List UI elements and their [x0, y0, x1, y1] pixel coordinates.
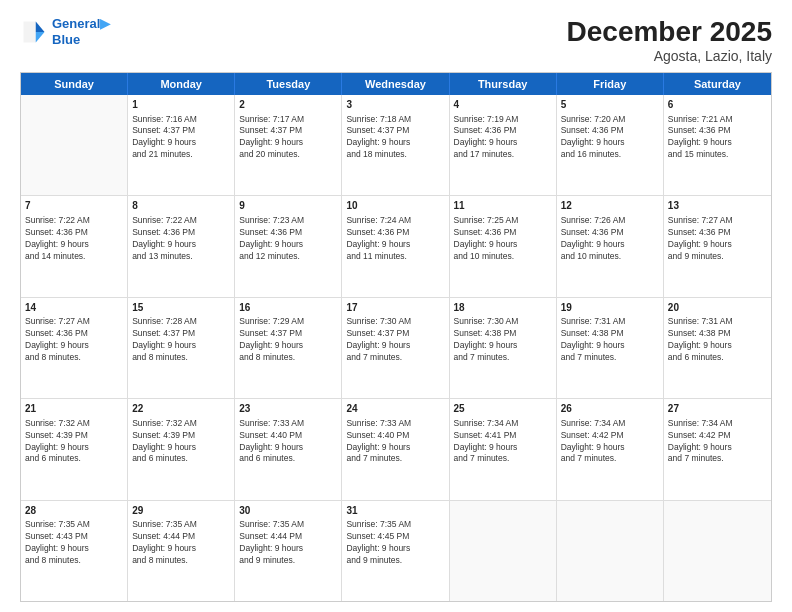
page: General▶ Blue December 2025 Agosta, Lazi…	[0, 0, 792, 612]
calendar-cell: 26Sunrise: 7:34 AM Sunset: 4:42 PM Dayli…	[557, 399, 664, 499]
cell-info: Sunrise: 7:17 AM Sunset: 4:37 PM Dayligh…	[239, 114, 337, 162]
day-number: 26	[561, 402, 659, 416]
day-number: 13	[668, 199, 767, 213]
calendar-cell: 22Sunrise: 7:32 AM Sunset: 4:39 PM Dayli…	[128, 399, 235, 499]
day-number: 31	[346, 504, 444, 518]
cell-info: Sunrise: 7:35 AM Sunset: 4:45 PM Dayligh…	[346, 519, 444, 567]
day-number: 8	[132, 199, 230, 213]
calendar-cell: 17Sunrise: 7:30 AM Sunset: 4:37 PM Dayli…	[342, 298, 449, 398]
day-number: 7	[25, 199, 123, 213]
day-number: 9	[239, 199, 337, 213]
calendar-cell: 9Sunrise: 7:23 AM Sunset: 4:36 PM Daylig…	[235, 196, 342, 296]
day-number: 15	[132, 301, 230, 315]
cell-info: Sunrise: 7:22 AM Sunset: 4:36 PM Dayligh…	[25, 215, 123, 263]
logo-icon	[20, 18, 48, 46]
calendar-cell: 10Sunrise: 7:24 AM Sunset: 4:36 PM Dayli…	[342, 196, 449, 296]
day-number: 4	[454, 98, 552, 112]
cell-info: Sunrise: 7:27 AM Sunset: 4:36 PM Dayligh…	[25, 316, 123, 364]
calendar: SundayMondayTuesdayWednesdayThursdayFrid…	[20, 72, 772, 602]
cell-info: Sunrise: 7:29 AM Sunset: 4:37 PM Dayligh…	[239, 316, 337, 364]
calendar-cell: 18Sunrise: 7:30 AM Sunset: 4:38 PM Dayli…	[450, 298, 557, 398]
day-number: 22	[132, 402, 230, 416]
calendar-cell: 23Sunrise: 7:33 AM Sunset: 4:40 PM Dayli…	[235, 399, 342, 499]
calendar-cell: 27Sunrise: 7:34 AM Sunset: 4:42 PM Dayli…	[664, 399, 771, 499]
calendar-cell: 7Sunrise: 7:22 AM Sunset: 4:36 PM Daylig…	[21, 196, 128, 296]
day-number: 20	[668, 301, 767, 315]
calendar-cell	[557, 501, 664, 601]
calendar-cell: 8Sunrise: 7:22 AM Sunset: 4:36 PM Daylig…	[128, 196, 235, 296]
day-number: 16	[239, 301, 337, 315]
calendar-week-row: 14Sunrise: 7:27 AM Sunset: 4:36 PM Dayli…	[21, 298, 771, 399]
cell-info: Sunrise: 7:25 AM Sunset: 4:36 PM Dayligh…	[454, 215, 552, 263]
calendar-cell: 19Sunrise: 7:31 AM Sunset: 4:38 PM Dayli…	[557, 298, 664, 398]
cell-info: Sunrise: 7:34 AM Sunset: 4:42 PM Dayligh…	[668, 418, 767, 466]
cell-info: Sunrise: 7:24 AM Sunset: 4:36 PM Dayligh…	[346, 215, 444, 263]
svg-marker-2	[24, 21, 36, 42]
calendar-cell	[664, 501, 771, 601]
day-number: 25	[454, 402, 552, 416]
calendar-week-row: 21Sunrise: 7:32 AM Sunset: 4:39 PM Dayli…	[21, 399, 771, 500]
calendar-cell: 20Sunrise: 7:31 AM Sunset: 4:38 PM Dayli…	[664, 298, 771, 398]
cell-info: Sunrise: 7:35 AM Sunset: 4:44 PM Dayligh…	[239, 519, 337, 567]
cell-info: Sunrise: 7:31 AM Sunset: 4:38 PM Dayligh…	[668, 316, 767, 364]
cell-info: Sunrise: 7:33 AM Sunset: 4:40 PM Dayligh…	[239, 418, 337, 466]
calendar-cell: 14Sunrise: 7:27 AM Sunset: 4:36 PM Dayli…	[21, 298, 128, 398]
calendar-cell: 3Sunrise: 7:18 AM Sunset: 4:37 PM Daylig…	[342, 95, 449, 195]
cell-info: Sunrise: 7:26 AM Sunset: 4:36 PM Dayligh…	[561, 215, 659, 263]
cell-info: Sunrise: 7:16 AM Sunset: 4:37 PM Dayligh…	[132, 114, 230, 162]
main-title: December 2025	[567, 16, 772, 48]
calendar-week-row: 28Sunrise: 7:35 AM Sunset: 4:43 PM Dayli…	[21, 501, 771, 601]
day-number: 29	[132, 504, 230, 518]
cell-info: Sunrise: 7:31 AM Sunset: 4:38 PM Dayligh…	[561, 316, 659, 364]
logo: General▶ Blue	[20, 16, 110, 47]
day-of-week-header: Wednesday	[342, 73, 449, 95]
svg-marker-1	[36, 32, 45, 43]
calendar-cell: 12Sunrise: 7:26 AM Sunset: 4:36 PM Dayli…	[557, 196, 664, 296]
cell-info: Sunrise: 7:20 AM Sunset: 4:36 PM Dayligh…	[561, 114, 659, 162]
day-of-week-header: Sunday	[21, 73, 128, 95]
calendar-header: SundayMondayTuesdayWednesdayThursdayFrid…	[21, 73, 771, 95]
calendar-cell: 31Sunrise: 7:35 AM Sunset: 4:45 PM Dayli…	[342, 501, 449, 601]
cell-info: Sunrise: 7:18 AM Sunset: 4:37 PM Dayligh…	[346, 114, 444, 162]
cell-info: Sunrise: 7:35 AM Sunset: 4:44 PM Dayligh…	[132, 519, 230, 567]
calendar-cell: 30Sunrise: 7:35 AM Sunset: 4:44 PM Dayli…	[235, 501, 342, 601]
sub-title: Agosta, Lazio, Italy	[567, 48, 772, 64]
day-number: 3	[346, 98, 444, 112]
cell-info: Sunrise: 7:22 AM Sunset: 4:36 PM Dayligh…	[132, 215, 230, 263]
day-number: 14	[25, 301, 123, 315]
calendar-cell	[450, 501, 557, 601]
calendar-week-row: 1Sunrise: 7:16 AM Sunset: 4:37 PM Daylig…	[21, 95, 771, 196]
day-number: 19	[561, 301, 659, 315]
cell-info: Sunrise: 7:19 AM Sunset: 4:36 PM Dayligh…	[454, 114, 552, 162]
calendar-cell: 1Sunrise: 7:16 AM Sunset: 4:37 PM Daylig…	[128, 95, 235, 195]
calendar-cell: 13Sunrise: 7:27 AM Sunset: 4:36 PM Dayli…	[664, 196, 771, 296]
header: General▶ Blue December 2025 Agosta, Lazi…	[20, 16, 772, 64]
day-number: 24	[346, 402, 444, 416]
day-of-week-header: Monday	[128, 73, 235, 95]
calendar-cell: 28Sunrise: 7:35 AM Sunset: 4:43 PM Dayli…	[21, 501, 128, 601]
logo-text: General▶ Blue	[52, 16, 110, 47]
day-number: 21	[25, 402, 123, 416]
day-number: 23	[239, 402, 337, 416]
calendar-cell: 29Sunrise: 7:35 AM Sunset: 4:44 PM Dayli…	[128, 501, 235, 601]
day-of-week-header: Thursday	[450, 73, 557, 95]
day-of-week-header: Saturday	[664, 73, 771, 95]
day-number: 1	[132, 98, 230, 112]
svg-marker-0	[36, 21, 45, 32]
calendar-cell: 5Sunrise: 7:20 AM Sunset: 4:36 PM Daylig…	[557, 95, 664, 195]
cell-info: Sunrise: 7:32 AM Sunset: 4:39 PM Dayligh…	[25, 418, 123, 466]
calendar-cell: 2Sunrise: 7:17 AM Sunset: 4:37 PM Daylig…	[235, 95, 342, 195]
cell-info: Sunrise: 7:34 AM Sunset: 4:42 PM Dayligh…	[561, 418, 659, 466]
cell-info: Sunrise: 7:30 AM Sunset: 4:38 PM Dayligh…	[454, 316, 552, 364]
calendar-cell: 11Sunrise: 7:25 AM Sunset: 4:36 PM Dayli…	[450, 196, 557, 296]
cell-info: Sunrise: 7:32 AM Sunset: 4:39 PM Dayligh…	[132, 418, 230, 466]
cell-info: Sunrise: 7:23 AM Sunset: 4:36 PM Dayligh…	[239, 215, 337, 263]
day-number: 5	[561, 98, 659, 112]
day-number: 6	[668, 98, 767, 112]
calendar-cell: 21Sunrise: 7:32 AM Sunset: 4:39 PM Dayli…	[21, 399, 128, 499]
cell-info: Sunrise: 7:27 AM Sunset: 4:36 PM Dayligh…	[668, 215, 767, 263]
cell-info: Sunrise: 7:30 AM Sunset: 4:37 PM Dayligh…	[346, 316, 444, 364]
calendar-cell: 24Sunrise: 7:33 AM Sunset: 4:40 PM Dayli…	[342, 399, 449, 499]
calendar-cell: 25Sunrise: 7:34 AM Sunset: 4:41 PM Dayli…	[450, 399, 557, 499]
calendar-cell: 6Sunrise: 7:21 AM Sunset: 4:36 PM Daylig…	[664, 95, 771, 195]
